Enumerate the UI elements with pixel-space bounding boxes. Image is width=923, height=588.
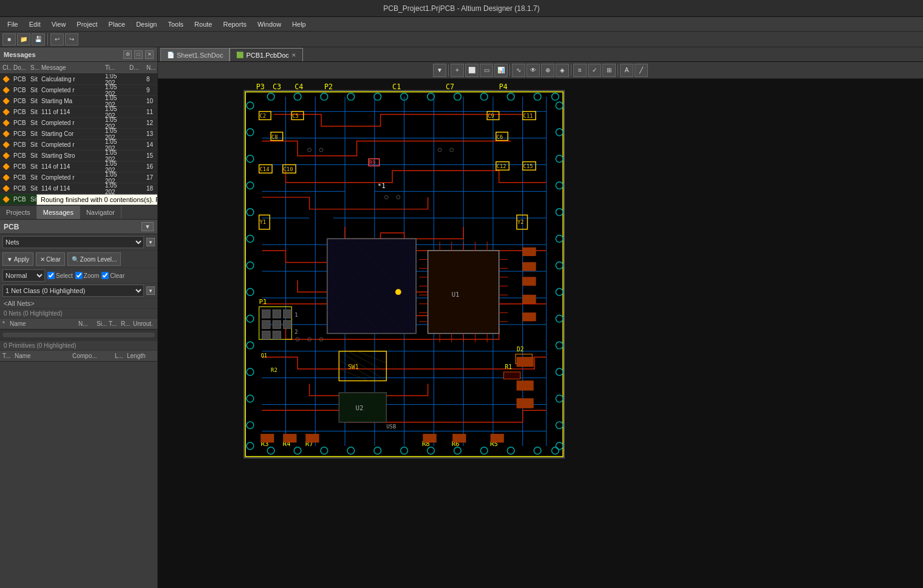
pcb-panel-title: PCB xyxy=(4,223,141,231)
menu-view[interactable]: View xyxy=(47,19,71,29)
svg-text:C4: C4 xyxy=(295,83,303,91)
svg-text:C8: C8 xyxy=(271,134,278,140)
menu-tools[interactable]: Tools xyxy=(163,19,188,29)
svg-rect-166 xyxy=(284,434,296,442)
line-tool-button[interactable]: ╱ xyxy=(635,64,648,77)
svg-rect-176 xyxy=(517,357,533,367)
msg-sit-18: Sit xyxy=(29,185,40,192)
pcb-panel-header: PCB ▼ xyxy=(0,220,157,234)
prim-col-comp: Compo... xyxy=(71,353,114,359)
tab-close-icon[interactable]: ✕ xyxy=(291,52,296,58)
check-tool-button[interactable]: ✓ xyxy=(588,64,601,77)
tab-projects[interactable]: Projects xyxy=(0,206,37,219)
nets-dropdown-arrow[interactable]: ▼ xyxy=(146,238,155,246)
canvas-sep-3 xyxy=(571,64,571,76)
message-row-10[interactable]: 🔶 PCB Sit Starting Ma 1:05 202 10 xyxy=(0,96,157,107)
menu-place[interactable]: Place xyxy=(104,19,131,29)
message-row-9[interactable]: 🔶 PCB Sit Completed r 1:05 202 9 xyxy=(0,85,157,96)
rect-tool-button[interactable]: ⬜ xyxy=(465,64,479,77)
target-tool-button[interactable]: ⊕ xyxy=(541,64,554,77)
waveform-tool-button[interactable]: ∿ xyxy=(512,64,525,77)
all-nets-row: <All Nets> xyxy=(0,299,157,309)
filter-tool-button[interactable]: ▼ xyxy=(433,64,446,77)
svg-rect-177 xyxy=(517,381,533,391)
message-row-8[interactable]: 🔶 PCB Sit Calculating r 1:05 202 8 xyxy=(0,74,157,85)
messages-panel-header: Messages ⚙ □ ✕ xyxy=(0,47,157,62)
nets-select[interactable]: Nets xyxy=(2,236,144,248)
zoom-level-button[interactable]: 🔍 Zoom Level... xyxy=(67,252,121,266)
msg-sit-16: Sit xyxy=(29,163,40,170)
messages-close-button[interactable]: ✕ xyxy=(145,50,154,59)
menu-design[interactable]: Design xyxy=(131,19,162,29)
msg-n-11: 11 xyxy=(145,109,156,115)
msg-doc-14: PCB xyxy=(12,141,29,148)
message-row-last[interactable]: 🔶 PCB Sit Routing finished with 0 conten… xyxy=(0,194,157,205)
net-class-dropdown[interactable]: ▼ xyxy=(146,286,155,295)
svg-rect-155 xyxy=(504,372,520,379)
menu-reports[interactable]: Reports xyxy=(218,19,251,29)
message-row-13[interactable]: 🔶 PCB Sit Starting Cor 1:05 202 13 xyxy=(0,129,157,140)
message-row-12[interactable]: 🔶 PCB Sit Completed r 1:05 202 12 xyxy=(0,118,157,129)
svg-rect-172 xyxy=(523,262,536,271)
eye-tool-button[interactable]: 👁 xyxy=(526,64,540,77)
msg-n-16: 16 xyxy=(145,163,156,170)
zoom-checkbox[interactable] xyxy=(75,272,83,279)
open-folder-icon[interactable]: 📁 xyxy=(17,33,30,46)
tab-pcb1-pcbdoc[interactable]: 🟩 PCB1.PcbDoc ✕ xyxy=(230,48,302,61)
msg-text-9: Completed r xyxy=(40,87,104,93)
message-row-11[interactable]: 🔶 PCB Sit 111 of 114 1:05 202 11 xyxy=(0,107,157,118)
msg-time-18: 1:05 202 xyxy=(104,182,128,195)
msg-n-18: 18 xyxy=(145,185,156,192)
bar-chart-tool-button[interactable]: 📊 xyxy=(494,64,508,77)
menu-route[interactable]: Route xyxy=(189,19,217,29)
clear-button[interactable]: ✕ Clear xyxy=(36,252,65,266)
svg-text:C15: C15 xyxy=(523,163,533,169)
add-tool-button[interactable]: + xyxy=(451,64,464,77)
message-row-14[interactable]: 🔶 PCB Sit Completed r 1:05 202 14 xyxy=(0,140,157,150)
redo-icon[interactable]: ↪ xyxy=(65,33,78,46)
message-row-18[interactable]: 🔶 PCB Sit 114 of 114 1:05 202 18 xyxy=(0,183,157,194)
msg-sit-17: Sit xyxy=(29,174,40,181)
menu-help[interactable]: Help xyxy=(287,19,311,29)
svg-text:C11: C11 xyxy=(523,113,533,119)
msg-n-13: 13 xyxy=(145,130,156,137)
net-class-select[interactable]: 1 Net Class (0 Highlighted) xyxy=(2,285,144,297)
nets-scroll-area[interactable] xyxy=(0,329,157,340)
new-icon[interactable]: ■ xyxy=(2,33,16,46)
tab-messages[interactable]: Messages xyxy=(37,206,80,219)
menu-edit[interactable]: Edit xyxy=(24,19,46,29)
svg-point-130 xyxy=(395,289,401,295)
data-tool-button[interactable]: ⊞ xyxy=(602,64,616,77)
select-checkbox[interactable] xyxy=(47,272,55,279)
tab-navigator[interactable]: Navigator xyxy=(80,206,121,219)
routing-finished-tooltip: Routing finished with 0 contentions(s). … xyxy=(36,194,157,205)
tab-sheet1-schdoc[interactable]: 📄 Sheet1.SchDoc xyxy=(160,48,230,61)
undo-icon[interactable]: ↩ xyxy=(50,33,64,46)
pcb-dropdown-button[interactable]: ▼ xyxy=(141,222,154,231)
mode-select[interactable]: Normal Mask Dim xyxy=(2,269,45,282)
menu-window[interactable]: Window xyxy=(253,19,286,29)
pad-tool-button[interactable]: ◈ xyxy=(556,64,569,77)
menu-file[interactable]: File xyxy=(2,19,23,29)
apply-button[interactable]: ▼ Apply xyxy=(2,252,33,266)
message-row-17[interactable]: 🔶 PCB Sit Completed r 1:05 202 17 xyxy=(0,172,157,183)
svg-rect-134 xyxy=(273,309,281,318)
main-area: Messages ⚙ □ ✕ Cl... Do... S... Message … xyxy=(0,47,923,588)
svg-text:D2: D2 xyxy=(517,346,524,353)
messages-float-button[interactable]: □ xyxy=(134,50,143,59)
rect2-tool-button[interactable]: ▭ xyxy=(480,64,493,77)
msg-doc-12: PCB xyxy=(12,120,29,126)
message-row-16[interactable]: 🔶 PCB Sit 114 of 114 1:05 202 16 xyxy=(0,161,157,172)
messages-pin-button[interactable]: ⚙ xyxy=(123,50,132,59)
pcb-canvas[interactable]: P3 C3 C4 P2 C1 C7 P4 xyxy=(158,79,923,588)
svg-text:R9: R9 xyxy=(369,160,376,166)
save-icon[interactable]: 💾 xyxy=(32,33,45,46)
svg-text:C10: C10 xyxy=(284,166,293,172)
svg-text:1: 1 xyxy=(295,312,298,318)
message-row-15[interactable]: 🔶 PCB Sit Starting Stro 1:05 202 15 xyxy=(0,150,157,161)
menu-project[interactable]: Project xyxy=(72,19,102,29)
layers-tool-button[interactable]: ≡ xyxy=(573,64,587,77)
clear-checkbox[interactable] xyxy=(101,272,109,279)
toolbar-separator xyxy=(47,33,48,46)
text-tool-button[interactable]: A xyxy=(620,64,633,77)
